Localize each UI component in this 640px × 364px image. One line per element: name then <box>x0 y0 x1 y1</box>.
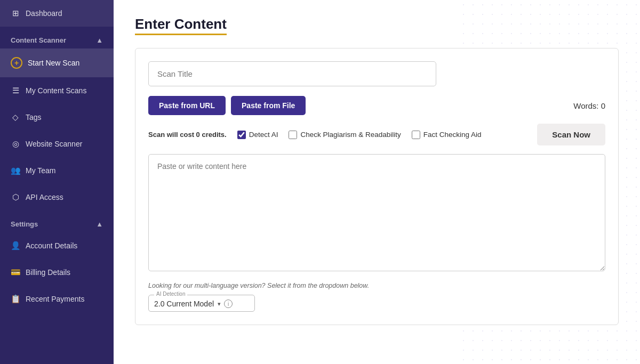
scan-now-button[interactable]: Scan Now <box>537 124 605 145</box>
sidebar-item-recent-payments[interactable]: 📋 Recent Payments <box>0 286 114 312</box>
sidebar-item-label: API Access <box>26 193 63 201</box>
chevron-down-icon: ▾ <box>218 301 221 308</box>
fact-checking-checkbox-label[interactable]: Fact Checking Aid <box>412 131 482 139</box>
scan-form-card: Paste from URL Paste from File Words: 0 … <box>135 48 619 325</box>
language-hint: Looking for our multi-language version? … <box>148 282 605 289</box>
sidebar-item-label: Recent Payments <box>26 295 85 303</box>
sidebar-item-tags[interactable]: ◇ Tags <box>0 104 114 131</box>
sidebar-item-label: Website Scanner <box>26 140 82 148</box>
sidebar-item-label: Start New Scan <box>28 59 79 67</box>
sidebar-item-dashboard[interactable]: ⊞ Dashboard <box>0 0 114 27</box>
options-row: Scan will cost 0 credits. Detect AI Chec… <box>148 124 605 145</box>
team-icon: 👥 <box>11 166 20 175</box>
page-title: Enter Content <box>135 16 227 35</box>
chevron-up-icon: ▲ <box>96 36 103 44</box>
ai-detection-label: AI Detection <box>154 291 187 297</box>
detect-ai-checkbox-label[interactable]: Detect AI <box>237 131 278 139</box>
ai-detection-select[interactable]: 2.0 Current Model <box>154 300 214 308</box>
sidebar-item-label: Billing Details <box>26 268 70 277</box>
ai-detection-dropdown[interactable]: AI Detection 2.0 Current Model ▾ i <box>148 295 255 312</box>
sidebar-item-my-team[interactable]: 👥 My Team <box>0 157 114 184</box>
main-content: Enter Content Paste from URL Paste from … <box>114 0 640 364</box>
globe-icon: ◎ <box>11 139 20 149</box>
sidebar-item-account-details[interactable]: 👤 Account Details <box>0 232 114 259</box>
content-textarea[interactable] <box>148 154 605 271</box>
sidebar-item-website-scanner[interactable]: ◎ Website Scanner <box>0 131 114 157</box>
api-icon: ⬡ <box>11 192 20 202</box>
dropdown-inner: 2.0 Current Model ▾ i <box>154 298 249 308</box>
scan-cost-label: Scan will cost 0 credits. <box>148 131 227 139</box>
check-plagiarism-label: Check Plagiarism & Readability <box>300 131 401 139</box>
sidebar-item-start-new-scan[interactable]: + Start New Scan <box>0 48 114 77</box>
sidebar-section-content-scanner[interactable]: Content Scanner ▲ <box>0 27 114 48</box>
sidebar-item-label: Account Details <box>26 241 77 250</box>
sidebar-item-label: Dashboard <box>26 9 62 18</box>
detect-ai-label: Detect AI <box>249 131 278 139</box>
dashboard-icon: ⊞ <box>11 9 20 18</box>
sidebar-item-label: Tags <box>26 113 42 122</box>
check-plagiarism-checkbox[interactable] <box>289 131 297 139</box>
scan-title-input[interactable] <box>148 61 436 86</box>
sidebar-section-settings[interactable]: Settings ▲ <box>0 211 114 232</box>
sidebar-item-billing-details[interactable]: 💳 Billing Details <box>0 259 114 286</box>
list-icon: ☰ <box>11 86 20 95</box>
sidebar-item-my-content-scans[interactable]: ☰ My Content Scans <box>0 77 114 104</box>
fact-checking-label: Fact Checking Aid <box>423 131 482 139</box>
sidebar-item-label: My Content Scans <box>26 86 86 95</box>
person-icon: 👤 <box>11 241 20 250</box>
sidebar: ⊞ Dashboard Content Scanner ▲ + Start Ne… <box>0 0 114 364</box>
sidebar-item-label: My Team <box>26 166 56 175</box>
detect-ai-checkbox[interactable] <box>237 131 246 139</box>
section-label: Content Scanner <box>11 36 66 44</box>
billing-icon: 💳 <box>11 268 20 277</box>
sidebar-item-api-access[interactable]: ⬡ API Access <box>0 184 114 211</box>
chevron-up-icon: ▲ <box>96 220 103 228</box>
words-count: Words: 0 <box>573 101 605 110</box>
paste-from-url-button[interactable]: Paste from URL <box>148 96 226 115</box>
tag-icon: ◇ <box>11 112 20 122</box>
info-icon[interactable]: i <box>224 300 233 308</box>
check-plagiarism-checkbox-label[interactable]: Check Plagiarism & Readability <box>289 131 401 139</box>
fact-checking-checkbox[interactable] <box>412 131 420 139</box>
payments-icon: 📋 <box>11 294 20 304</box>
button-row: Paste from URL Paste from File Words: 0 <box>148 96 605 115</box>
plus-icon: + <box>11 57 22 69</box>
paste-from-file-button[interactable]: Paste from File <box>231 96 306 115</box>
section-label: Settings <box>11 220 38 228</box>
